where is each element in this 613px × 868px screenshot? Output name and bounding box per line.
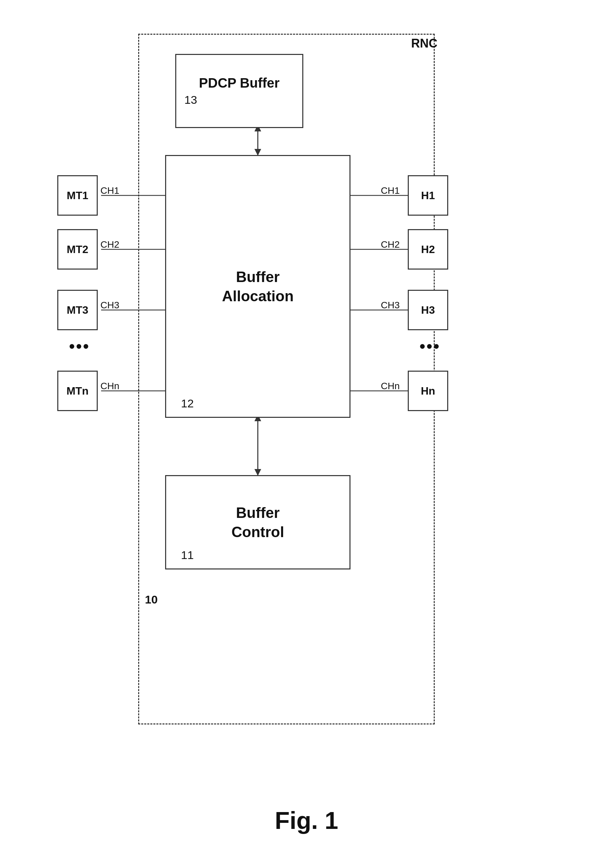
mt2-box: MT2 — [57, 229, 98, 270]
pdcp-buffer-label: PDCP Buffer — [199, 76, 279, 91]
h2-box: H2 — [408, 229, 448, 270]
pdcp-buffer-box: PDCP Buffer 13 — [175, 54, 303, 128]
mtn-label: MTn — [67, 385, 88, 397]
rnc-label: RNC — [411, 36, 438, 51]
ch3-left-label: CH3 — [101, 300, 119, 311]
h2-label: H2 — [421, 243, 435, 256]
chn-left-label: CHn — [101, 381, 119, 392]
mt-dots: ••• — [69, 337, 90, 355]
mt1-label: MT1 — [67, 189, 88, 202]
rnc-box-number: 10 — [145, 593, 158, 606]
hn-label: Hn — [421, 385, 435, 397]
chn-right-label: CHn — [381, 381, 400, 392]
h3-box: H3 — [408, 290, 448, 330]
mt2-label: MT2 — [67, 243, 88, 256]
buffer-control-box: BufferControl 11 — [165, 475, 351, 569]
h3-label: H3 — [421, 304, 435, 316]
h1-box: H1 — [408, 175, 448, 215]
ch1-left-label: CH1 — [101, 185, 119, 196]
mt1-box: MT1 — [57, 175, 98, 215]
pdcp-buffer-number: 13 — [184, 93, 197, 107]
buffer-control-number: 11 — [181, 549, 194, 562]
h-dots: ••• — [419, 337, 441, 355]
ch2-left-label: CH2 — [101, 239, 119, 250]
diagram-container: RNC PDCP Buffer 13 BufferAllocation 12 B… — [51, 20, 556, 761]
buffer-control-label: BufferControl — [231, 503, 284, 541]
buffer-allocation-label: BufferAllocation — [222, 267, 294, 305]
buffer-allocation-number: 12 — [181, 397, 194, 410]
buffer-allocation-box: BufferAllocation 12 — [165, 155, 351, 418]
h1-label: H1 — [421, 189, 435, 202]
mt3-box: MT3 — [57, 290, 98, 330]
fig-label: Fig. 1 — [275, 807, 338, 834]
ch1-right-label: CH1 — [381, 185, 400, 196]
hn-box: Hn — [408, 370, 448, 411]
mtn-box: MTn — [57, 370, 98, 411]
ch2-right-label: CH2 — [381, 239, 400, 250]
mt3-label: MT3 — [67, 304, 88, 316]
ch3-right-label: CH3 — [381, 300, 400, 311]
